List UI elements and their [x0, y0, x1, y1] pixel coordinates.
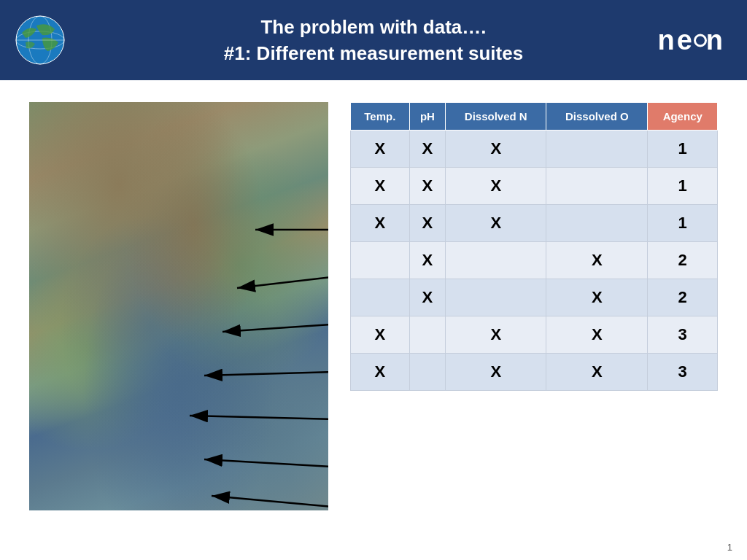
table-cell	[409, 316, 446, 354]
col-header-dissn: Dissolved N	[446, 103, 546, 131]
slide-title: The problem with data…. #1: Different me…	[224, 14, 523, 67]
table-cell: 3	[648, 354, 718, 391]
table-cell	[351, 242, 410, 279]
table-cell: X	[546, 316, 648, 354]
col-header-agency: Agency	[648, 103, 718, 131]
table-cell	[546, 205, 648, 242]
globe-icon	[15, 15, 66, 66]
svg-line-10	[204, 459, 328, 467]
table-cell: X	[351, 131, 410, 168]
slide-header: The problem with data…. #1: Different me…	[0, 0, 747, 80]
table-row: XXX3	[351, 316, 718, 354]
table-cell: X	[351, 354, 410, 391]
page-number: 1	[727, 542, 732, 553]
table-cell: X	[409, 168, 446, 205]
table-row: XXX1	[351, 168, 718, 205]
main-content: Temp. pH Dissolved N Dissolved O Agency …	[0, 80, 747, 560]
table-cell: X	[546, 242, 648, 279]
table-cell	[409, 354, 446, 391]
table-row: XXX1	[351, 131, 718, 168]
table-cell: X	[409, 131, 446, 168]
table-cell: X	[351, 205, 410, 242]
svg-line-11	[212, 496, 328, 507]
table-cell	[351, 279, 410, 316]
table-cell: X	[351, 316, 410, 354]
svg-line-9	[190, 416, 328, 419]
table-cell: 1	[648, 131, 718, 168]
table-row: XX2	[351, 279, 718, 316]
table-cell: 3	[648, 316, 718, 354]
table-cell: X	[409, 279, 446, 316]
table-cell: X	[446, 205, 546, 242]
table-cell: 1	[648, 205, 718, 242]
measurement-table: Temp. pH Dissolved N Dissolved O Agency …	[350, 102, 718, 391]
table-cell	[446, 242, 546, 279]
table-cell: X	[409, 205, 446, 242]
table-cell: 2	[648, 242, 718, 279]
svg-line-6	[237, 277, 328, 288]
map-container	[29, 102, 328, 510]
table-cell: X	[409, 242, 446, 279]
table-cell	[446, 279, 546, 316]
arrows-overlay	[29, 102, 328, 510]
table-header-row: Temp. pH Dissolved N Dissolved O Agency	[351, 103, 718, 131]
satellite-map	[29, 102, 328, 510]
table-row: XX2	[351, 242, 718, 279]
col-header-disso: Dissolved O	[546, 103, 648, 131]
table-cell: X	[546, 354, 648, 391]
table-row: XXX3	[351, 354, 718, 391]
table-row: XXX1	[351, 205, 718, 242]
svg-line-7	[222, 324, 328, 332]
neon-logo: nen	[657, 25, 725, 56]
data-table-container: Temp. pH Dissolved N Dissolved O Agency …	[350, 102, 718, 391]
table-cell: 2	[648, 279, 718, 316]
table-cell: X	[546, 279, 648, 316]
table-cell: 1	[648, 168, 718, 205]
table-cell: X	[446, 354, 546, 391]
table-cell	[546, 131, 648, 168]
table-cell	[546, 168, 648, 205]
svg-line-8	[204, 372, 328, 376]
table-cell: X	[446, 316, 546, 354]
table-cell: X	[446, 168, 546, 205]
neon-logo-text: nen	[657, 25, 725, 55]
slide-container: The problem with data…. #1: Different me…	[0, 0, 747, 560]
col-header-ph: pH	[409, 103, 446, 131]
table-cell: X	[446, 131, 546, 168]
col-header-temp: Temp.	[351, 103, 410, 131]
table-cell: X	[351, 168, 410, 205]
